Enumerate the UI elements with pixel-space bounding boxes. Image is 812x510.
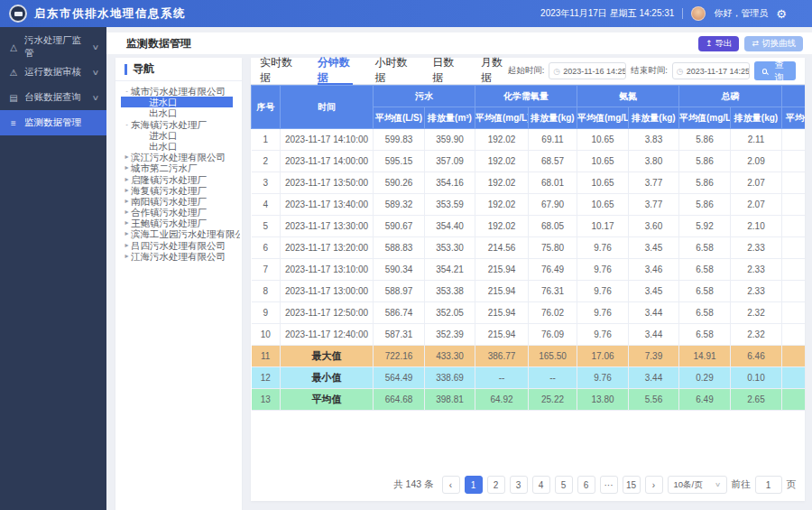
cell-value: 2.11	[731, 129, 782, 151]
column-group-header: 氨氮	[577, 86, 679, 107]
next-page-button[interactable]: ›	[645, 476, 663, 494]
sidebar-menu-item[interactable]: ≡ 监测数据管理 ∨	[0, 110, 106, 135]
column-group-header-partial	[782, 86, 806, 107]
cell-value: 353.59	[425, 194, 475, 216]
page-number-button[interactable]: 15	[623, 476, 641, 494]
column-header: 平均值(L/S)	[374, 107, 425, 129]
column-group-header: 总磷	[679, 86, 782, 107]
cell-value: 590.34	[374, 259, 425, 281]
end-time-input[interactable]: ◷2023-11-17 14:25:00	[672, 62, 750, 79]
data-tab[interactable]: 分钟数据	[318, 58, 354, 85]
data-table: 序号时间污水化学需氧量氨氮总磷平均值(L/S)排放量(m³)平均值(mg/L)排…	[251, 85, 805, 411]
sidebar-menu: △ 污水处理厂监管 ∨ ⚠ 运行数据审核 ∨ ▤ 台账数据查询 ∨ ≡ 监测数据…	[0, 34, 106, 135]
logo-core	[14, 12, 23, 16]
tree-item-label: 南阳镇污水处理厂	[131, 196, 207, 207]
export-icon: ↥	[706, 40, 713, 48]
cell-value: 595.15	[374, 151, 425, 172]
cell-value: 192.02	[475, 172, 529, 194]
switch-curve-button[interactable]: ⇄切换曲线	[744, 36, 803, 51]
page-number-button[interactable]: 3	[510, 476, 528, 494]
nav-tree-item[interactable]: ▸ 合作镇污水处理厂	[121, 207, 240, 218]
cell-value: 9.76	[577, 259, 629, 281]
filters: 起始时间: ◷2023-11-16 14:25:00 结束时间: ◷2023-1…	[508, 58, 796, 84]
nav-tree-item[interactable]: ▸ 滨江污水处理有限公司	[121, 152, 240, 162]
tree-expand-icon: ▸	[123, 251, 131, 262]
sidebar-menu-item[interactable]: ⚠ 运行数据审核 ∨	[0, 60, 106, 85]
page-number-button[interactable]: 4	[532, 476, 550, 494]
data-tab[interactable]: 小时数据	[374, 58, 411, 85]
cell-value: 68.05	[529, 216, 577, 237]
cell-value: 0.10	[731, 367, 782, 389]
cell-value: 359.90	[425, 129, 475, 151]
nav-tree-item[interactable]: ▸ 海复镇污水处理厂	[121, 185, 240, 196]
table-row: 42023-11-17 13:40:00589.32353.59192.0267…	[252, 194, 806, 216]
goto-label: 前往	[732, 478, 751, 491]
cell-value: 10.65	[577, 151, 629, 172]
data-tab[interactable]: 日数据	[432, 58, 459, 85]
page-number-button[interactable]: 6	[577, 476, 595, 494]
cell-value: 398.81	[425, 389, 475, 411]
cell-value: 433.30	[425, 346, 475, 367]
nav-tree-item[interactable]: ▸ 吕四污水处理有限公司	[121, 240, 240, 251]
cell-value: --	[529, 367, 577, 389]
cell-value: 2.07	[731, 172, 782, 194]
nav-tree-item[interactable]: 出水口	[121, 107, 240, 118]
nav-tree-item[interactable]: ▸ 南阳镇污水处理厂	[121, 196, 240, 207]
nav-tree-item[interactable]: - 东海镇污水处理厂	[121, 119, 240, 130]
cell-time: 2023-11-17 14:10:00	[281, 129, 374, 151]
cell-value: 76.49	[529, 259, 577, 281]
table-row: 82023-11-17 13:00:00588.97353.38215.9476…	[252, 281, 806, 302]
menu-item-label: 污水处理厂监管	[24, 34, 88, 60]
nav-tree-item[interactable]: 进水口	[121, 97, 233, 107]
page-number-button[interactable]: 5	[555, 476, 573, 494]
nav-tree-item[interactable]: ▸ 江海污水处理有限公司	[121, 251, 240, 262]
tree-expand-icon: ▸	[123, 207, 131, 218]
cell-value: 9.76	[577, 324, 629, 346]
cell-time: 2023-11-17 12:40:00	[281, 324, 374, 346]
cell-value: 3.44	[629, 367, 679, 389]
nav-tree-item[interactable]: ▸ 启隆镇污水处理厂	[121, 174, 240, 185]
cell-partial	[782, 237, 806, 259]
column-header: 排放量(kg)	[629, 107, 679, 129]
cell-value: 386.77	[475, 346, 529, 367]
cell-value: 68.57	[529, 151, 577, 172]
export-button[interactable]: ↥导出	[698, 36, 740, 51]
cell-partial	[782, 367, 806, 389]
settings-gear-icon[interactable]: ⚙	[776, 8, 787, 20]
nav-tree-item[interactable]: - 城市污水处理有限公司	[121, 86, 240, 97]
cell-value: 14.91	[679, 346, 731, 367]
data-tab[interactable]: 实时数据	[260, 58, 296, 85]
cell-value: 10.17	[577, 216, 629, 237]
goto-page-input[interactable]: 1	[755, 476, 782, 494]
nav-tree-item[interactable]: 进水口	[121, 130, 240, 141]
nav-tree-item[interactable]: ▸ 城市第二污水厂	[121, 162, 240, 173]
tree-item-label: 王鲍镇污水处理厂	[131, 218, 207, 228]
cell-partial	[782, 194, 806, 216]
page-number-button[interactable]: 1	[465, 476, 483, 494]
cell-value: 64.92	[475, 389, 529, 411]
cell-time: 2023-11-17 13:10:00	[281, 259, 374, 281]
query-button[interactable]: 查询	[754, 61, 796, 80]
more-pages-button[interactable]: ···	[600, 476, 618, 494]
nav-tree-item[interactable]: 出水口	[121, 141, 240, 152]
nav-tree-item[interactable]: ▸ 滨海工业园污水处理有限公司	[121, 228, 240, 239]
cell-value: 354.16	[425, 172, 475, 194]
cell-value: 3.77	[629, 194, 679, 216]
page-number-button[interactable]: 2	[487, 476, 505, 494]
page-size-select[interactable]: 10条/页∨	[668, 476, 727, 494]
cell-time: 2023-11-17 13:20:00	[281, 237, 374, 259]
start-time-value: 2023-11-16 14:25:00	[563, 67, 626, 76]
cell-value: 75.80	[529, 237, 577, 259]
nav-tree-item[interactable]: ▸ 王鲍镇污水处理厂	[121, 218, 240, 228]
start-time-input[interactable]: ◷2023-11-16 14:25:00	[549, 62, 626, 79]
tree-expand-icon: ▸	[123, 240, 131, 251]
data-tab[interactable]: 月数据	[481, 58, 508, 85]
cell-partial	[782, 129, 806, 151]
sidebar-menu-item[interactable]: △ 污水处理厂监管 ∨	[0, 34, 106, 60]
tree-expand-icon: ▸	[123, 185, 131, 196]
prev-page-button[interactable]: ‹	[442, 476, 460, 494]
cell-value: 564.49	[374, 367, 425, 389]
sidebar-menu-item[interactable]: ▤ 台账数据查询 ∨	[0, 85, 106, 110]
cell-time: 2023-11-17 13:50:00	[281, 172, 374, 194]
cell-partial	[782, 216, 806, 237]
